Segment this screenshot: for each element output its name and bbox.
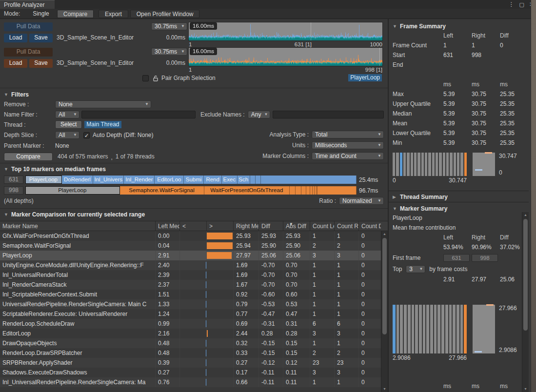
scroll-up-icon[interactable]: ▲ [522,212,529,218]
table-row[interactable]: Inl_UniversalRenderTotal2.391.69-0.700.7… [0,270,381,280]
table-row[interactable]: SRPBRender.ApplyShader0.390.27-0.120.122… [0,358,381,368]
mode-compare-button[interactable]: Compare [57,10,94,18]
first-frame-right-button[interactable]: 998 [472,254,498,262]
range-dropdown-left[interactable]: 30.75ms▼ [151,22,187,30]
save-button-right[interactable]: Save [29,59,53,68]
thread-select-button[interactable]: Select [55,120,82,129]
remove-dropdown[interactable]: None▼ [55,100,151,108]
top10-marker-segment[interactable]: Exec [222,176,237,184]
top10-marker-segment[interactable]: Inl_Render [124,176,155,184]
kebab-menu-icon[interactable]: ⋮ [509,1,515,8]
table-row[interactable]: UniversalRenderPipeline.RenderSingleCame… [0,299,381,309]
value-cell: 1 [334,338,358,348]
scrollbar-thumb[interactable] [523,219,528,331]
name-filter-mode-dropdown[interactable]: All▼ [55,111,79,118]
save-button-left[interactable]: Save [29,34,53,42]
table-row[interactable]: ScriptableRenderer.Execute: UniversalRen… [0,309,381,319]
top10-marker-segment[interactable]: Semaphore.WaitForSignal [120,186,204,195]
scroll-down-icon[interactable]: ▼ [522,386,529,392]
frame-summary-header[interactable]: ▼ Frame Summary [393,22,529,31]
table-row[interactable]: DrawOpaqueObjects0.480.32-0.150.15110 [0,338,381,348]
column-header[interactable]: Left Med [155,221,179,231]
units-dropdown[interactable]: Milliseconds▼ [312,141,384,149]
scroll-down-icon[interactable]: ▼ [381,386,388,392]
column-header[interactable]: Abs Diff▼ [283,221,310,231]
column-header[interactable]: Count Ri [334,221,358,231]
top10-marker-segment[interactable] [296,186,301,195]
top10-marker-segment[interactable]: DoRenderl [62,176,94,184]
top10-marker-segment[interactable] [306,186,310,195]
table-row[interactable]: Inl_RenderCameraStack2.371.67-0.700.7011… [0,280,381,290]
table-row[interactable]: Inl_UniversalRenderPipeline.RenderSingle… [0,377,381,387]
scroll-up-icon[interactable]: ▲ [381,231,388,237]
lock-open-icon[interactable] [153,75,159,81]
marker-summary-scrollbar[interactable]: ▲ ▼ [522,212,529,392]
column-header[interactable]: Right Me [233,221,258,231]
top10-marker-segment[interactable]: PlayerLoop [25,176,62,184]
column-header[interactable]: Marker Name [0,221,155,231]
graph-axis-right: 1 998 [1] [188,67,383,73]
value-cell: 0.12 [283,358,310,368]
top10-marker-segment[interactable] [250,176,256,184]
top10-marker-segment[interactable] [318,186,356,195]
value-cell: 0 [358,309,381,319]
pull-data-button-left[interactable]: Pull Data [4,22,53,31]
column-header[interactable]: Count Di [358,221,381,231]
name-filter-input[interactable] [81,111,196,118]
first-frame-left-button[interactable]: 631 [443,254,470,262]
top10-marker-segment[interactable]: Rend [204,176,222,184]
table-row[interactable]: UnityEngine.CoreModule.dll!UnityEngine.R… [0,260,381,270]
top10-marker-segment[interactable]: Inl_Univers [93,176,124,184]
range-dropdown-right[interactable]: 30.75ms▼ [151,48,187,56]
pull-data-button-right[interactable]: Pull Data [4,48,53,57]
column-header[interactable]: < [179,221,206,231]
export-button[interactable]: Export [99,10,128,18]
ratio-dropdown[interactable]: Normalized▼ [339,197,384,205]
frame-time-graph-right[interactable] [188,47,383,66]
table-row[interactable]: PlayerLoop2.9127.9725.0625.06330 [0,251,381,260]
top10-marker-segment[interactable] [301,186,306,195]
table-row[interactable]: RenderLoop.DrawSRPBatcher0.480.33-0.150.… [0,348,381,358]
column-header[interactable]: Count Le [310,221,334,231]
marker-summary-header[interactable]: ▼ Marker Summary [393,204,520,213]
thread-summary-header[interactable]: ▶ Thread Summary [393,193,529,201]
table-row[interactable]: Inl_ScriptableRenderContext.Submit1.510.… [0,290,381,299]
scrollbar-thumb[interactable] [382,238,387,334]
table-row[interactable]: RenderLoop.ScheduleDraw0.990.69-0.310.31… [0,319,381,329]
open-profiler-window-button[interactable]: Open Profiler Window [130,10,200,18]
auto-depth-checkbox[interactable]: ✓ [83,132,90,138]
histogram-bar [460,305,463,353]
maximize-icon[interactable]: ▢ [519,1,524,8]
column-header[interactable]: > [206,221,233,231]
table-scrollbar[interactable]: ▲ ▼ [381,231,388,392]
analysis-type-dropdown[interactable]: Total▼ [312,131,384,138]
window-tab[interactable]: Profile Analyzer [0,0,55,9]
top10-marker-segment[interactable] [290,186,296,195]
marker-comparison-header[interactable]: ▼ Marker Comparison for currently select… [0,210,388,219]
exclude-mode-dropdown[interactable]: Any▼ [248,111,270,118]
top10-marker-segment[interactable] [261,176,357,184]
depth-slice-dropdown[interactable]: All▼ [55,131,79,139]
filters-header[interactable]: ▼ Filters [4,90,384,99]
top10-marker-segment[interactable]: EditorLoo [155,176,184,184]
top10-marker-segment[interactable]: PlayerLoop [25,186,120,195]
table-row[interactable]: Gfx.WaitForPresentOnGfxThread0.0025.9325… [0,231,381,241]
top10-marker-segment[interactable]: Submi [184,176,204,184]
table-row[interactable]: EditorLoop2.162.440.280.28330 [0,329,381,338]
compare-button[interactable]: Compare [4,153,53,161]
top10-marker-segment[interactable]: WaitForPresentOnGfxThread [204,186,290,195]
load-button-right[interactable]: Load [4,59,27,68]
marker-columns-dropdown[interactable]: Time and Count▼ [312,152,384,160]
top10-marker-segment[interactable] [256,176,261,184]
exclude-names-input[interactable] [273,111,384,118]
column-header[interactable]: Diff [258,221,283,231]
top10-header[interactable]: ▼ Top 10 markers on median frames [4,165,384,174]
frame-time-graph-left[interactable] [188,22,383,41]
pair-graph-selection-checkbox[interactable] [142,75,149,81]
top10-marker-segment[interactable]: Sch [238,176,250,184]
table-row[interactable]: Shadows.ExecuteDrawShadows0.270.17-0.110… [0,368,381,377]
top-n-dropdown[interactable]: 3▼ [406,265,425,273]
table-row[interactable]: Semaphore.WaitForSignal0.0425.9425.9025.… [0,241,381,251]
load-button-left[interactable]: Load [4,34,27,42]
mode-single-button[interactable]: Single [27,10,55,18]
